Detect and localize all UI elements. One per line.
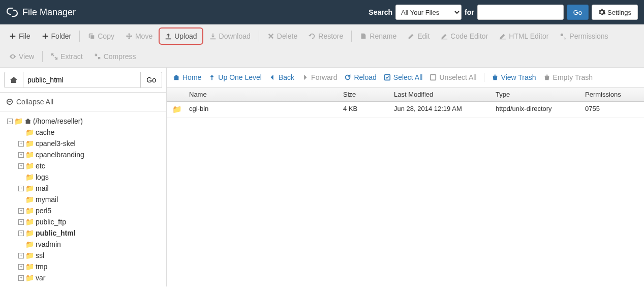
tree-root[interactable]: − 📁 (/home/reseller) — [7, 116, 164, 127]
new-file-button[interactable]: File — [4, 28, 36, 44]
view-button[interactable]: View — [4, 49, 39, 64]
download-button[interactable]: Download — [204, 28, 256, 44]
tree-item[interactable]: +📁cpanelbranding — [18, 149, 164, 160]
col-modified[interactable]: Last Modified — [394, 91, 496, 98]
tree-item[interactable]: 📁logs — [18, 171, 164, 183]
permissions-button[interactable]: Permissions — [555, 28, 613, 44]
folder-icon: 📁 — [25, 261, 34, 272]
code-editor-button[interactable]: Code Editor — [436, 28, 493, 44]
tree-item[interactable]: +📁tmp — [18, 261, 164, 272]
tree-item[interactable]: +📁var — [18, 272, 164, 283]
folder-icon: 📁 — [25, 149, 34, 160]
forward-action[interactable]: Forward — [301, 73, 337, 81]
expand-toggle[interactable]: + — [18, 219, 24, 225]
compress-button[interactable]: Compress — [89, 49, 141, 64]
expand-toggle — [18, 242, 24, 247]
tree-item[interactable]: +📁public_html — [18, 227, 164, 239]
cell-type: httpd/unix-directory — [496, 105, 585, 114]
key-icon — [560, 33, 567, 40]
cell-modified: Jun 28, 2014 12:19 AM — [394, 105, 496, 114]
tree-item[interactable]: 📁cache — [18, 127, 164, 138]
expand-toggle[interactable]: + — [18, 264, 24, 270]
empty-trash-action[interactable]: Empty Trash — [543, 73, 593, 81]
copy-icon — [88, 33, 95, 40]
reload-action[interactable]: Reload — [344, 73, 376, 81]
svg-point-0 — [561, 34, 563, 36]
download-icon — [209, 33, 217, 40]
table-header: Name Size Last Modified Type Permissions — [167, 88, 644, 102]
search-scope-select[interactable]: All Your Files — [395, 5, 462, 20]
expand-toggle[interactable]: + — [18, 275, 24, 281]
folder-icon: 📁 — [25, 250, 34, 261]
folder-icon: 📁 — [25, 216, 34, 227]
folder-icon: 📁 — [25, 138, 34, 149]
tree-item[interactable]: +📁public_ftp — [18, 216, 164, 227]
expand-toggle[interactable]: + — [18, 186, 24, 191]
tree-root-label: (/home/reseller) — [33, 116, 83, 127]
home-action[interactable]: Home — [173, 73, 201, 81]
search-input[interactable] — [477, 5, 564, 20]
new-folder-button[interactable]: Folder — [37, 28, 77, 44]
home-path-button[interactable] — [4, 72, 23, 88]
tree-item[interactable]: +📁perl5 — [18, 205, 164, 216]
back-action[interactable]: Back — [269, 73, 294, 81]
trash-icon — [492, 74, 499, 81]
rename-button[interactable]: Rename — [355, 28, 402, 44]
col-size[interactable]: Size — [343, 91, 394, 98]
up-level-action[interactable]: Up One Level — [208, 73, 262, 81]
content-pane: Home Up One Level Back Forward Reload Se… — [167, 68, 644, 286]
arrow-left-icon — [269, 74, 276, 81]
folder-icon: 📁 — [25, 272, 34, 283]
upload-button[interactable]: Upload — [159, 27, 203, 45]
folder-icon: 📁 — [25, 160, 34, 171]
html-editor-button[interactable]: HTML Editor — [494, 28, 554, 44]
tree-item-label: mail — [36, 183, 49, 194]
col-name[interactable]: Name — [187, 91, 343, 98]
table-row[interactable]: 📁cgi-bin4 KBJun 28, 2014 12:19 AMhttpd/u… — [167, 102, 644, 118]
move-button[interactable]: Move — [120, 28, 158, 44]
col-type[interactable]: Type — [496, 91, 585, 98]
expand-toggle[interactable]: + — [18, 231, 24, 236]
folder-icon: 📁 — [14, 116, 23, 127]
expand-toggle[interactable]: + — [18, 208, 24, 214]
collapse-toggle[interactable]: − — [7, 119, 13, 124]
collapse-all-button[interactable]: Collapse All — [0, 93, 166, 111]
expand-toggle[interactable]: + — [18, 163, 24, 169]
action-bar: Home Up One Level Back Forward Reload Se… — [167, 68, 644, 88]
extract-button[interactable]: Extract — [46, 49, 88, 64]
copy-button[interactable]: Copy — [83, 28, 119, 44]
expand-toggle[interactable]: + — [18, 141, 24, 147]
search-go-button[interactable]: Go — [567, 5, 589, 20]
path-input[interactable] — [23, 72, 140, 88]
col-permissions[interactable]: Permissions — [585, 91, 644, 98]
check-icon — [384, 74, 391, 81]
settings-button[interactable]: Settings — [592, 5, 638, 20]
tree-item[interactable]: +📁ssl — [18, 250, 164, 261]
unselect-all-action[interactable]: Unselect All — [430, 73, 476, 81]
expand-toggle[interactable]: + — [18, 152, 24, 158]
folder-icon: 📁 — [25, 227, 34, 239]
edit-button[interactable]: Edit — [403, 28, 435, 44]
table-body: 📁cgi-bin4 KBJun 28, 2014 12:19 AMhttpd/u… — [167, 102, 644, 118]
tree-item[interactable]: +📁cpanel3-skel — [18, 138, 164, 149]
view-trash-action[interactable]: View Trash — [492, 73, 536, 81]
tree-item-label: cpanelbranding — [36, 149, 84, 160]
home-icon — [24, 118, 32, 125]
toolbar-divider — [42, 51, 43, 62]
tree-item[interactable]: 📁mymail — [18, 194, 164, 205]
expand-toggle[interactable]: + — [18, 253, 24, 258]
cell-size: 4 KB — [343, 105, 394, 114]
expand-icon — [51, 53, 58, 60]
restore-button[interactable]: Restore — [303, 28, 348, 44]
tree-item[interactable]: +📁etc — [18, 160, 164, 171]
expand-toggle — [18, 130, 24, 135]
tree-item[interactable]: +📁mail — [18, 183, 164, 194]
select-all-action[interactable]: Select All — [384, 73, 423, 81]
tree-item[interactable]: 📁rvadmin — [18, 239, 164, 250]
delete-button[interactable]: Delete — [262, 28, 302, 44]
toolbar-divider — [259, 31, 259, 42]
path-go-button[interactable]: Go — [140, 72, 162, 88]
up-icon — [208, 74, 216, 81]
cpanel-icon — [6, 6, 18, 18]
tree-item-label: var — [36, 272, 45, 283]
